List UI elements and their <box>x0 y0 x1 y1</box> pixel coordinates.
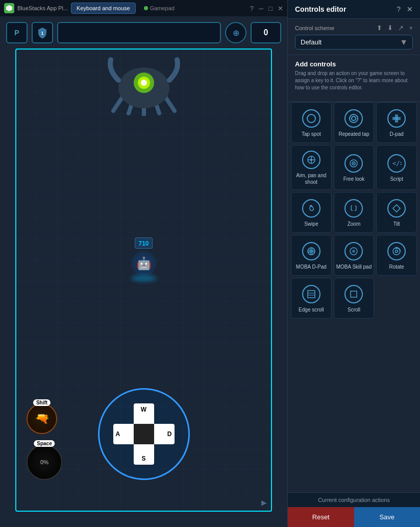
control-item-tap-spot[interactable]: Tap spot <box>291 102 332 143</box>
game-field-inner: 710 🤖 W S A D <box>16 50 271 511</box>
game-field: 710 🤖 W S A D <box>15 49 272 512</box>
control-icon-rotate <box>387 242 406 260</box>
control-icon-scroll <box>344 285 363 303</box>
control-label-rotate: Rotate <box>389 264 404 270</box>
minimize-button[interactable]: ─ <box>259 5 263 12</box>
control-item-aim,-pan-and-shoot[interactable]: Aim, pan and shoot <box>291 145 332 190</box>
control-icon-repeated-tap <box>344 109 363 128</box>
shift-button[interactable]: Shift 🔫 <box>27 403 57 434</box>
svg-point-10 <box>141 80 147 86</box>
character-health-text: 710 <box>138 240 149 247</box>
svg-point-29 <box>352 250 355 253</box>
panel-header-icons: ? ✕ <box>397 5 413 13</box>
app-title: BlueStacks App Pl... <box>17 5 68 11</box>
dpad-d-label: D <box>167 430 172 438</box>
control-label-tap-spot: Tap spot <box>302 131 321 137</box>
add-controls-section: Add controls Drag and drop an action on … <box>288 55 420 102</box>
controls-panel: Controls editor ? ✕ Control scheme ⬆ ⬇ ↗… <box>287 0 420 527</box>
control-item-d-pad[interactable]: D-pad <box>376 102 417 143</box>
svg-point-22 <box>353 163 354 164</box>
control-label-aim,-pan-and-shoot: Aim, pan and shoot <box>293 172 329 185</box>
control-label-repeated-tap: Repeated tap <box>338 131 369 137</box>
svg-point-12 <box>350 114 358 123</box>
control-label-moba-d-pad: MOBA D-Pad <box>296 264 327 270</box>
character-glow <box>131 275 157 281</box>
svg-point-13 <box>352 116 356 121</box>
control-icon-moba-d-pad <box>302 242 320 260</box>
window-controls: ? ─ □ ✕ <box>250 5 283 12</box>
scheme-label: Control scheme ⬆ ⬇ ↗ + <box>295 24 413 32</box>
scheme-download-icon[interactable]: ⬇ <box>387 24 393 32</box>
control-item-moba-d-pad[interactable]: MOBA D-Pad <box>291 235 332 276</box>
panel-close-icon[interactable]: ✕ <box>407 5 413 13</box>
controls-grid: Tap spotRepeated tapD-padAim, pan and sh… <box>288 102 420 319</box>
tab-keyboard-mouse[interactable]: Keyboard and mouse <box>71 3 136 14</box>
svg-rect-27 <box>308 250 315 253</box>
control-item-edge-scroll[interactable]: Edge scroll <box>291 278 332 319</box>
maximize-button[interactable]: □ <box>268 5 273 12</box>
scheme-upload-icon[interactable]: ⬆ <box>377 24 382 32</box>
control-icon-d-pad <box>387 109 406 128</box>
scheme-select-wrap: Default ▼ <box>295 35 413 50</box>
control-label-moba-skill-pad: MOBA Skill pad <box>336 264 372 270</box>
svg-point-31 <box>396 250 398 252</box>
scheme-add-icon[interactable]: + <box>409 24 413 32</box>
space-percent: 0% <box>40 459 48 465</box>
help-button[interactable]: ? <box>250 5 254 12</box>
control-item-rotate[interactable]: Rotate <box>376 235 417 276</box>
svg-point-19 <box>310 159 312 161</box>
space-label: Space <box>34 440 55 447</box>
control-item-repeated-tap[interactable]: Repeated tap <box>334 102 375 143</box>
shift-control[interactable]: Shift 🔫 <box>27 403 57 434</box>
scheme-select[interactable]: Default <box>295 35 413 50</box>
player-avatar: P <box>6 22 28 43</box>
scheme-share-icon[interactable]: ↗ <box>398 24 404 32</box>
close-button[interactable]: ✕ <box>278 5 283 12</box>
control-item-zoom[interactable]: Zoom <box>334 192 375 233</box>
svg-marker-0 <box>6 5 12 11</box>
control-item-moba-skill-pad[interactable]: MOBA Skill pad <box>334 235 375 276</box>
control-item-tilt[interactable]: Tilt <box>376 192 417 233</box>
hud-score: 0 <box>251 22 281 43</box>
control-label-scroll: Scroll <box>348 306 360 313</box>
help-icon[interactable]: ? <box>397 5 401 13</box>
hud-right-icon: ⊕ <box>225 22 246 43</box>
dpad-s-label: S <box>141 455 145 462</box>
dpad-area: W S A D <box>98 388 190 480</box>
save-button[interactable]: Save <box>354 507 421 527</box>
control-item-script[interactable]: </>Script <box>376 145 417 190</box>
svg-text:1: 1 <box>41 31 43 36</box>
control-label-zoom: Zoom <box>348 221 361 227</box>
space-control[interactable]: Space 0% <box>27 444 62 480</box>
top-bar: BlueStacks App Pl... Keyboard and mouse … <box>0 0 287 16</box>
control-label-swipe: Swipe <box>304 221 318 227</box>
shift-label: Shift <box>33 399 51 406</box>
tab-gamepad[interactable]: Gamepad <box>139 3 180 14</box>
control-label-tilt: Tilt <box>393 221 400 227</box>
panel-header: Controls editor ? ✕ <box>288 0 420 19</box>
control-item-free-look[interactable]: Free look <box>334 145 375 190</box>
gamepad-active-dot <box>144 6 148 10</box>
dpad-w-label: W <box>141 406 146 413</box>
dpad-cross[interactable]: W S A D <box>113 403 175 465</box>
svg-point-11 <box>307 114 315 123</box>
space-button[interactable]: Space 0% <box>27 444 62 480</box>
dpad-circle[interactable]: W S A D <box>98 388 190 480</box>
dpad-a-label: A <box>116 430 120 438</box>
control-icon-zoom <box>344 199 363 218</box>
control-item-scroll[interactable]: Scroll <box>334 278 375 319</box>
control-label-free-look: Free look <box>343 176 365 182</box>
svg-rect-15 <box>392 117 401 120</box>
scheme-row: Control scheme ⬆ ⬇ ↗ + Default ▼ <box>288 19 420 55</box>
svg-rect-33 <box>308 291 315 298</box>
hud-progress-bar <box>57 22 221 43</box>
control-item-swipe[interactable]: Swipe <box>291 192 332 233</box>
reset-button[interactable]: Reset <box>288 507 354 527</box>
control-icon-moba-skill-pad <box>344 242 363 260</box>
controls-scroll-area[interactable]: Tap spotRepeated tapD-padAim, pan and sh… <box>288 102 420 492</box>
control-icon-edge-scroll <box>302 285 320 303</box>
hud-shield: 1 <box>32 22 53 43</box>
svg-rect-24 <box>393 204 400 211</box>
dpad-center <box>134 424 154 444</box>
character-sprite: 🤖 <box>131 251 157 276</box>
